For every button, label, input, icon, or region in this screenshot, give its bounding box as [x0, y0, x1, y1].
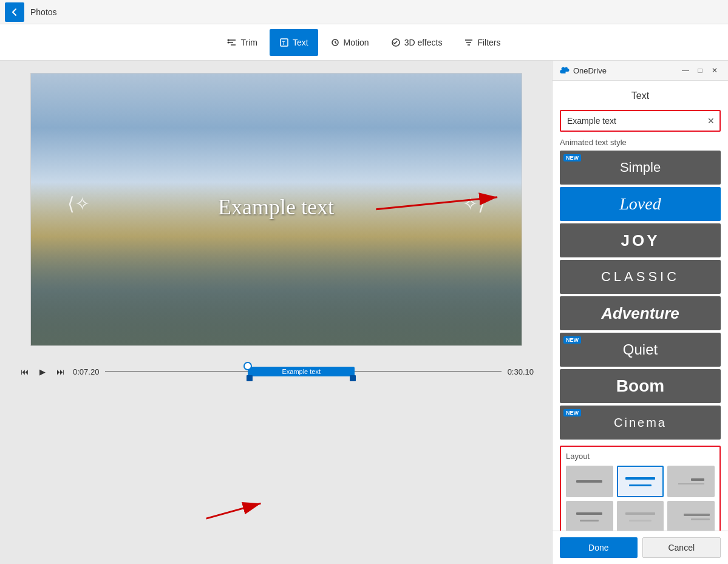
text-input-row[interactable]: ✕	[560, 110, 721, 132]
layout-line	[576, 480, 602, 483]
layout-line-2	[691, 518, 710, 520]
style-item-joy[interactable]: JOY	[560, 223, 721, 257]
segment-handle-right[interactable]	[350, 375, 356, 381]
style-list: NEW Simple Loved JOY CLASSIC Adventure	[560, 151, 721, 440]
style-section-label: Animated text style	[560, 138, 721, 147]
style-item-adventure[interactable]: Adventure	[560, 296, 721, 330]
minimize-button[interactable]: —	[679, 64, 692, 76]
layout-line	[625, 477, 655, 480]
layout-section: Layout	[560, 446, 721, 531]
content-area: ⟨✧ ✧⟩ Example text ⏮ ▶ ⏭ 0:07.20 Example…	[0, 61, 728, 564]
panel-titlebar-left: OneDrive	[560, 66, 607, 75]
layout-item-6[interactable]	[667, 501, 715, 531]
layout-line	[684, 514, 710, 516]
title-bar: Photos	[0, 0, 728, 24]
style-item-simple[interactable]: NEW Simple	[560, 151, 721, 185]
svg-text:T: T	[282, 40, 285, 46]
prev-frame-button[interactable]: ⏮	[18, 365, 31, 379]
style-item-boom[interactable]: Boom	[560, 369, 721, 403]
style-label-loved: Loved	[619, 194, 661, 214]
layout-line	[625, 512, 655, 515]
svg-point-0	[228, 39, 230, 41]
style-label-classic: CLASSIC	[601, 269, 679, 285]
right-panel: OneDrive — □ ✕ Text ✕ Animated text styl…	[552, 61, 728, 564]
next-frame-button[interactable]: ⏭	[54, 365, 67, 379]
layout-item-2[interactable]	[617, 466, 664, 497]
maximize-button[interactable]: □	[694, 64, 706, 76]
style-item-loved[interactable]: Loved	[560, 187, 721, 221]
layout-line-2	[580, 520, 599, 522]
panel-content: Text ✕ Animated text style NEW Simple Lo…	[553, 81, 728, 531]
time-start: 0:07.20	[73, 367, 99, 376]
back-button[interactable]	[5, 2, 24, 22]
main-toolbar: Trim T Text Motion 3D effects Filters	[0, 24, 728, 61]
text-button[interactable]: T Text	[270, 29, 318, 56]
style-label-cinema: Cinema	[614, 416, 667, 430]
timeline-area: ⏮ ▶ ⏭ 0:07.20 Example text 0:30.10	[0, 358, 552, 389]
layout-item-4[interactable]	[566, 501, 613, 531]
new-badge-cinema: NEW	[563, 409, 581, 416]
panel-main-title: Text	[560, 88, 721, 104]
panel-app-name: OneDrive	[573, 66, 607, 75]
panel-footer: Done Cancel	[553, 531, 728, 564]
layout-item-5[interactable]	[617, 501, 664, 531]
motion-button[interactable]: Motion	[321, 29, 379, 56]
new-badge-quiet: NEW	[563, 336, 581, 344]
style-label-quiet: Quiet	[623, 341, 658, 358]
timeline-track[interactable]: Example text	[105, 364, 501, 379]
style-section: Animated text style NEW Simple Loved JOY…	[560, 138, 721, 440]
style-item-cinema[interactable]: NEW Cinema	[560, 406, 721, 440]
filters-button[interactable]: Filters	[454, 29, 510, 56]
panel-titlebar: OneDrive — □ ✕	[553, 61, 728, 81]
app-title: Photos	[30, 7, 57, 17]
style-label-simple: Simple	[620, 160, 661, 175]
playhead[interactable]	[243, 362, 252, 370]
panel-window-buttons: — □ ✕	[679, 64, 721, 76]
layout-grid	[566, 466, 715, 531]
text-input[interactable]	[561, 111, 702, 131]
style-label-adventure: Adventure	[601, 304, 679, 323]
video-text-overlay: Example text	[31, 194, 522, 220]
done-button[interactable]: Done	[560, 537, 638, 558]
cancel-button[interactable]: Cancel	[642, 537, 721, 558]
close-button[interactable]: ✕	[709, 64, 721, 76]
time-end: 0:30.10	[508, 367, 534, 376]
text-clear-button[interactable]: ✕	[702, 112, 719, 129]
layout-line	[576, 512, 602, 515]
onedrive-icon	[560, 66, 570, 75]
svg-line-8	[206, 503, 261, 518]
layout-line-2	[629, 520, 651, 522]
style-item-classic[interactable]: CLASSIC	[560, 260, 721, 294]
effects-button[interactable]: 3D effects	[381, 29, 452, 56]
layout-section-title: Layout	[566, 452, 715, 461]
layout-line	[691, 478, 704, 481]
layout-line-2	[629, 484, 651, 486]
layout-item-1[interactable]	[566, 466, 613, 497]
style-label-joy: JOY	[621, 231, 659, 250]
style-label-boom: Boom	[616, 376, 664, 396]
play-button[interactable]: ▶	[37, 365, 48, 379]
text-segment[interactable]: Example text	[248, 367, 355, 376]
layout-item-3[interactable]	[667, 466, 715, 497]
video-area: ⟨✧ ✧⟩ Example text ⏮ ▶ ⏭ 0:07.20 Example…	[0, 61, 552, 564]
timeline-controls: ⏮ ▶ ⏭ 0:07.20 Example text 0:30.10	[18, 364, 534, 379]
new-badge-simple: NEW	[563, 154, 581, 161]
trim-button[interactable]: Trim	[217, 29, 267, 56]
style-item-quiet[interactable]: NEW Quiet	[560, 333, 721, 367]
svg-point-1	[228, 41, 230, 43]
segment-handle-left[interactable]	[247, 375, 253, 381]
video-frame: ⟨✧ ✧⟩ Example text	[30, 73, 522, 346]
